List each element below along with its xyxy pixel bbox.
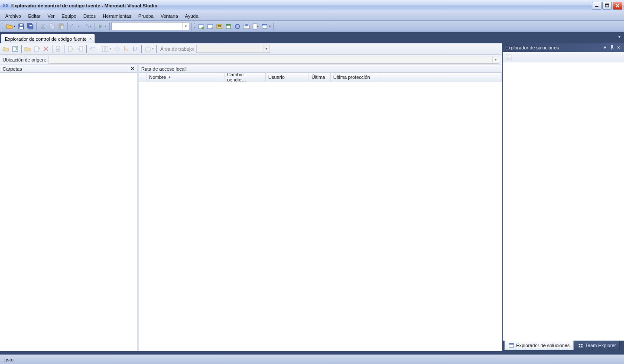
sc-addfolder-button[interactable] — [23, 45, 32, 53]
svg-rect-33 — [103, 46, 105, 52]
pin-icon[interactable] — [609, 45, 614, 50]
menu-herramientas[interactable]: Herramientas — [99, 11, 135, 20]
svg-point-24 — [245, 24, 248, 26]
separator-icon — [36, 23, 37, 30]
workspace-label: Área de trabajo: — [160, 46, 194, 52]
sc-compare-button[interactable] — [101, 45, 112, 53]
sc-refresh-button[interactable] — [11, 45, 20, 53]
sc-merge-button[interactable] — [131, 45, 140, 53]
open-file-button[interactable] — [5, 22, 16, 31]
maximize-button[interactable] — [602, 2, 612, 10]
sc-addfile-button[interactable] — [32, 45, 41, 53]
sc-back-button[interactable] — [2, 45, 10, 53]
minimize-button[interactable] — [592, 2, 601, 10]
redo-button[interactable] — [81, 22, 92, 31]
menu-datos[interactable]: Datos — [80, 11, 99, 20]
chevron-down-icon: ▾ — [492, 56, 499, 63]
menu-ventana[interactable]: Ventana — [157, 11, 181, 20]
find-combo[interactable]: ▾ — [111, 22, 189, 30]
main-toolbar: ▾ — [0, 21, 624, 32]
separator-icon — [156, 45, 157, 53]
sc-get-button[interactable] — [54, 45, 63, 53]
paste-button[interactable] — [57, 22, 65, 31]
cut-button[interactable] — [39, 22, 47, 31]
panel-menu-icon[interactable]: ▼ — [602, 46, 608, 50]
svg-rect-18 — [218, 25, 221, 26]
close-tab-icon[interactable]: × — [89, 36, 92, 41]
team-icon — [578, 342, 584, 348]
team-button-3[interactable] — [215, 22, 224, 31]
copy-button[interactable] — [48, 22, 56, 31]
solution-toolbar — [503, 52, 624, 62]
separator-icon — [141, 45, 142, 53]
toolbar-grip-icon — [2, 23, 4, 30]
sc-delete-button[interactable] — [42, 45, 50, 53]
svg-rect-31 — [68, 46, 72, 51]
team-button-2[interactable] — [206, 22, 214, 31]
svg-point-15 — [202, 27, 204, 29]
svg-rect-4 — [20, 24, 23, 26]
window-title: Explorador de control de código fuente -… — [11, 3, 592, 8]
separator-icon — [67, 23, 68, 30]
team-button-6[interactable] — [242, 22, 251, 31]
team-button-7[interactable] — [251, 22, 260, 31]
doc-tab-source-explorer[interactable]: Explorador de control de código fuente × — [1, 34, 95, 43]
save-all-button[interactable] — [26, 22, 35, 31]
close-button[interactable] — [613, 2, 622, 10]
list-pane: Ruta de acceso local: Nombre ▲ Cambio pe… — [139, 65, 502, 351]
list-columns: Nombre ▲ Cambio pendie… Usuario Última Ú… — [139, 73, 502, 81]
solution-properties-button[interactable] — [504, 53, 513, 62]
sc-undo-button[interactable] — [88, 45, 97, 53]
doc-tab-label: Explorador de control de código fuente — [5, 36, 87, 42]
col-ultima-prot[interactable]: Última protección — [331, 73, 378, 81]
menu-archivo[interactable]: Archivo — [2, 11, 25, 20]
document-tab-strip: Explorador de control de código fuente ×… — [0, 32, 624, 43]
sc-label-button[interactable] — [143, 45, 155, 53]
tab-solution-explorer[interactable]: Explorador de soluciones — [504, 341, 574, 350]
menu-ver[interactable]: Ver — [44, 11, 58, 20]
col-nombre[interactable]: Nombre ▲ — [146, 73, 224, 81]
col-ultima[interactable]: Última — [309, 73, 331, 81]
svg-rect-25 — [253, 24, 257, 29]
svg-rect-13 — [61, 26, 64, 29]
tab-team-explorer[interactable]: Team Explorer — [574, 341, 620, 350]
origin-location-field[interactable]: ▾ — [49, 56, 499, 64]
sc-branch-button[interactable] — [122, 45, 130, 53]
solution-explorer-title: Explorador de soluciones — [505, 45, 601, 50]
svg-rect-40 — [507, 57, 510, 58]
team-button-4[interactable] — [224, 22, 233, 31]
team-button-5[interactable] — [233, 22, 242, 31]
separator-icon — [273, 23, 274, 30]
col-usuario[interactable]: Usuario — [266, 73, 309, 81]
sc-checkout-button[interactable] — [67, 45, 75, 53]
undo-button[interactable] — [69, 22, 81, 31]
col-cambio[interactable]: Cambio pendie… — [224, 73, 266, 81]
file-list[interactable] — [139, 81, 502, 351]
team-button-8[interactable] — [260, 22, 272, 31]
svg-rect-43 — [509, 343, 514, 344]
sc-checkin-button[interactable] — [76, 45, 84, 53]
sc-history-button[interactable] — [113, 45, 121, 53]
separator-icon — [86, 45, 87, 53]
close-folders-icon[interactable]: ✕ — [130, 66, 134, 72]
right-panel-tabs: Explorador de soluciones Team Explorer — [503, 341, 624, 351]
save-button[interactable] — [17, 22, 26, 31]
statusbar: Listo — [0, 354, 624, 364]
menu-editar[interactable]: Editar — [25, 11, 44, 20]
workspace-combo[interactable]: ▾ — [196, 45, 270, 53]
source-path-row: Ubicación de origen: ▾ — [0, 55, 502, 65]
close-panel-icon[interactable]: ✕ — [616, 46, 621, 50]
start-debug-button[interactable] — [96, 22, 107, 31]
folders-tree[interactable] — [0, 73, 137, 351]
solution-tree[interactable] — [503, 62, 624, 341]
separator-icon — [94, 23, 94, 30]
vs-logo-icon — [2, 2, 9, 9]
svg-rect-10 — [51, 25, 54, 29]
menu-prueba[interactable]: Prueba — [135, 11, 157, 20]
menu-ayuda[interactable]: Ayuda — [182, 11, 202, 20]
svg-rect-29 — [35, 46, 38, 52]
menu-equipo[interactable]: Equipo — [58, 11, 80, 20]
team-button-1[interactable] — [197, 22, 205, 31]
active-files-menu-icon[interactable]: ▼ — [618, 35, 621, 39]
folders-pane: Carpetas ✕ — [0, 65, 139, 351]
